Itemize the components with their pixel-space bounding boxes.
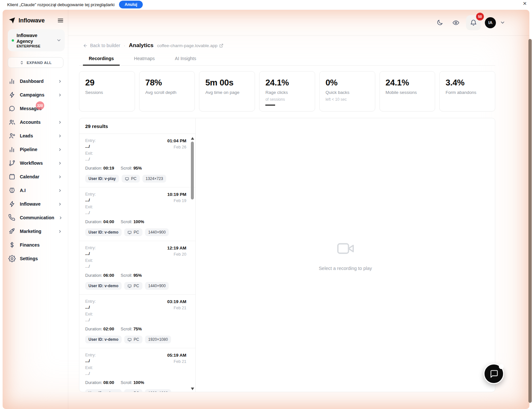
user-id-chip: User ID: v-demo bbox=[85, 389, 122, 392]
sidebar-item-label: Campaigns bbox=[20, 92, 44, 97]
stat-card-avg-scroll-depth: 78% Avg scroll depth bbox=[139, 71, 195, 111]
user-id-chip: User ID: v-demo bbox=[85, 336, 122, 343]
debug-banner-text: Klient „Claude” rozpoczął debugowanie te… bbox=[7, 2, 114, 7]
resolution-chip: 1324×723 bbox=[142, 175, 166, 183]
hamburger-icon[interactable] bbox=[57, 17, 64, 24]
chat-widget-button[interactable] bbox=[484, 364, 504, 384]
duration-stat: Duration:02:00 bbox=[85, 326, 114, 331]
chat-status-dot bbox=[499, 364, 504, 369]
person-plus-icon bbox=[8, 132, 16, 139]
chat-bubble-icon bbox=[489, 369, 499, 378]
close-icon[interactable]: ✕ bbox=[523, 1, 527, 6]
stat-label: Sessions bbox=[85, 90, 129, 95]
tab-recordings[interactable]: Recordings bbox=[83, 53, 120, 65]
recording-list-item[interactable]: Entry: .../ Exit: .../ 10:19 PM Feb 19 bbox=[79, 187, 195, 241]
monitor-icon bbox=[125, 177, 129, 181]
chevron-down-icon[interactable] bbox=[500, 20, 505, 25]
monitor-icon bbox=[127, 338, 132, 342]
back-to-builder-link[interactable]: Back to builder bbox=[83, 43, 120, 48]
site-url-link[interactable]: coffee-charm-page.lovable.app bbox=[157, 43, 223, 48]
stat-value: 29 bbox=[85, 78, 129, 88]
recording-list-item[interactable]: Entry: .../ Exit: .../ 12:19 AM Feb 20 bbox=[79, 241, 195, 295]
exit-path: .../ bbox=[85, 264, 96, 269]
chevron-right-icon bbox=[58, 188, 62, 193]
sidebar-item-settings[interactable]: Settings bbox=[8, 252, 65, 265]
sidebar-item-calendar[interactable]: Calendar bbox=[8, 170, 65, 184]
results-count: 29 results bbox=[79, 118, 195, 134]
device-chip: PC bbox=[124, 389, 142, 392]
sidebar-item-dashboard[interactable]: Dashboard bbox=[8, 74, 65, 88]
list-scrollbar[interactable] bbox=[190, 136, 195, 391]
stat-card-sessions: 29 Sessions bbox=[79, 71, 135, 111]
scroll-stat: Scroll:100% bbox=[121, 380, 144, 385]
chevron-right-icon bbox=[58, 175, 62, 179]
arrow-left-icon bbox=[83, 43, 88, 48]
entry-path: .../ bbox=[85, 358, 96, 363]
sidebar-item-marketing[interactable]: Marketing bbox=[8, 224, 65, 238]
device-chip: PC bbox=[124, 282, 142, 290]
sidebar-item-leads[interactable]: Leads bbox=[8, 129, 65, 143]
chevron-right-icon bbox=[58, 93, 62, 97]
recording-time: 05:19 AM bbox=[167, 353, 186, 358]
stat-label: Mobile sessions bbox=[386, 90, 429, 95]
sidebar-item-label: Communication bbox=[20, 215, 54, 220]
stat-sublabel: left < 10 sec bbox=[326, 97, 369, 102]
notifications-button[interactable]: 50 bbox=[466, 15, 481, 30]
expand-all-label: EXPAND ALL bbox=[27, 61, 52, 65]
workspace-switcher[interactable]: Inflowave Agency ENTERPRISE bbox=[8, 29, 65, 51]
exit-label: Exit: bbox=[85, 151, 96, 156]
sidebar-item-inflowave[interactable]: Inflowave bbox=[8, 197, 65, 211]
recording-list-item[interactable]: Entry: .../ Exit: .../ 03:19 AM Feb 21 bbox=[79, 295, 195, 348]
expand-all-button[interactable]: EXPAND ALL bbox=[8, 57, 63, 68]
recording-list-item[interactable]: Entry: .../ Exit: .../ 01:04 PM Feb 26 bbox=[79, 134, 195, 187]
exit-label: Exit: bbox=[85, 205, 96, 209]
entry-path: .../ bbox=[85, 305, 96, 310]
notification-count-badge: 50 bbox=[476, 13, 484, 20]
entry-path: .../ bbox=[85, 198, 96, 202]
scroll-down-arrow-icon[interactable] bbox=[191, 388, 194, 390]
recording-list-item[interactable]: Entry: .../ Exit: .../ 05:19 AM Feb 21 bbox=[79, 348, 195, 392]
tab-heatmaps[interactable]: Heatmaps bbox=[128, 53, 161, 65]
sidebar-item-workflows[interactable]: Workflows bbox=[8, 156, 65, 170]
sidebar-item-label: Calendar bbox=[20, 174, 39, 179]
sidebar-item-messages[interactable]: Messages 320 bbox=[8, 102, 65, 115]
sidebar-item-communication[interactable]: Communication bbox=[8, 211, 65, 224]
stat-card-quick-backs: 0% Quick backs left < 10 sec bbox=[319, 71, 375, 111]
entry-label: Entry: bbox=[85, 192, 96, 197]
moon-icon[interactable] bbox=[433, 17, 446, 29]
brand-name: Inflowave bbox=[19, 17, 45, 24]
avatar[interactable]: IA bbox=[485, 17, 496, 28]
cancel-debug-button[interactable]: Anuluj bbox=[119, 1, 143, 8]
scroll-stat: Scroll:95% bbox=[121, 166, 142, 171]
people-icon bbox=[8, 119, 16, 126]
recording-date: Feb 20 bbox=[167, 252, 186, 257]
entry-path: .../ bbox=[85, 144, 96, 149]
user-id-chip: User ID: v-play bbox=[85, 175, 119, 183]
recording-date: Feb 19 bbox=[167, 198, 186, 203]
sidebar-item-pipeline[interactable]: Pipeline bbox=[8, 143, 65, 156]
eye-icon[interactable] bbox=[450, 17, 462, 29]
stat-card-avg-time-on-page: 5m 00s Avg time on page bbox=[199, 71, 255, 111]
window-scrollbar-thumb[interactable] bbox=[528, 39, 532, 403]
sidebar-item-campaigns[interactable]: Campaigns bbox=[8, 88, 65, 102]
workspace-plan: ENTERPRISE bbox=[17, 44, 54, 48]
device-chip: PC bbox=[124, 336, 142, 343]
sidebar-item-a-i[interactable]: A.I bbox=[8, 184, 65, 197]
scrollbar-thumb[interactable] bbox=[191, 142, 194, 199]
tab-ai-insights[interactable]: AI Insights bbox=[169, 53, 202, 65]
topbar: 50 IA bbox=[68, 10, 529, 36]
stat-card-rage-clicks: 24.1% Rage clicks of sessions bbox=[259, 71, 315, 111]
entry-label: Entry: bbox=[85, 138, 96, 143]
chevron-right-icon bbox=[58, 229, 62, 234]
exit-path: .../ bbox=[85, 210, 96, 215]
scroll-stat: Scroll:75% bbox=[121, 326, 142, 331]
lightning-icon bbox=[8, 91, 16, 98]
stats-row: 29 Sessions 78% Avg scroll depth 5m 00 bbox=[79, 71, 495, 111]
recording-date: Feb 26 bbox=[167, 145, 186, 149]
sidebar-item-finances[interactable]: Finances bbox=[8, 238, 65, 252]
rocket-icon bbox=[8, 228, 16, 235]
chevron-right-icon bbox=[58, 134, 62, 138]
sidebar-item-label: Accounts bbox=[20, 120, 41, 125]
scroll-up-arrow-icon[interactable] bbox=[191, 137, 194, 140]
sidebar-item-accounts[interactable]: Accounts bbox=[8, 115, 65, 129]
